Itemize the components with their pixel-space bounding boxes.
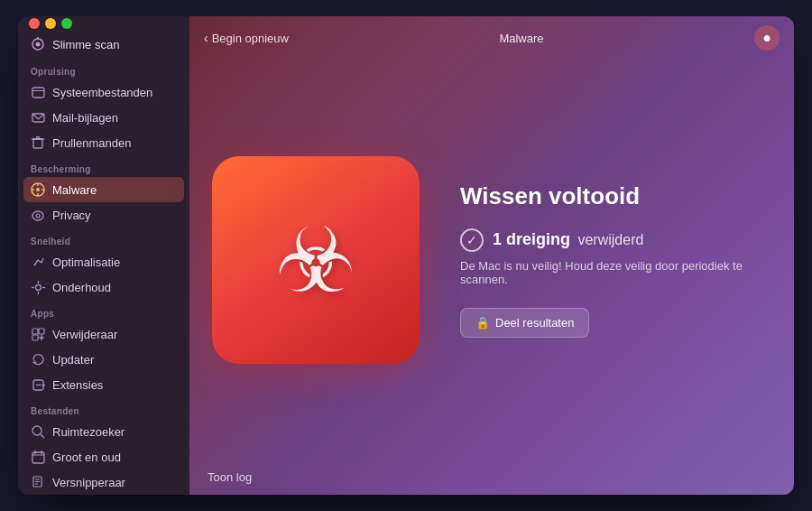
threat-suffix: verwijderd — [577, 232, 643, 247]
onderhoud-label: Onderhoud — [52, 281, 111, 294]
verwijderaar-icon — [31, 327, 45, 341]
illustration-area: ☣ — [189, 60, 442, 460]
updater-label: Updater — [52, 353, 94, 367]
sidebar: Slimme scan OpruisingSysteembestandenMai… — [18, 16, 189, 495]
svg-point-10 — [36, 188, 40, 191]
scan-icon — [31, 37, 45, 51]
ruimtezoeker-icon — [31, 424, 45, 439]
share-button-label: Deel resultaten — [495, 316, 574, 330]
svg-line-19 — [42, 258, 43, 263]
sidebar-item-optimalisatie[interactable]: Optimalisatie — [18, 249, 189, 274]
app-window: Slimme scan OpruisingSysteembestandenMai… — [18, 16, 794, 495]
toon-log-button[interactable]: Toon log — [208, 470, 252, 484]
svg-point-1 — [36, 42, 41, 47]
malware-label: Malware — [52, 183, 97, 197]
svg-rect-26 — [39, 329, 44, 334]
extensies-label: Extensies — [52, 378, 103, 392]
sidebar-item-systeembestanden[interactable]: Systeembestanden — [18, 79, 189, 105]
prullenmanden-icon — [31, 135, 45, 150]
slimme-scan-label: Slimme scan — [52, 38, 119, 51]
svg-line-34 — [41, 434, 44, 438]
sidebar-item-ruimtezoeker[interactable]: Ruimtezoeker — [18, 419, 189, 444]
privacy-icon — [31, 208, 45, 222]
systeembestanden-icon — [31, 85, 45, 99]
lock-icon: 🔒 — [475, 316, 490, 330]
back-label: Begin opnieuw — [212, 32, 289, 45]
sidebar-item-updater[interactable]: Updater — [18, 347, 189, 372]
extensies-icon — [31, 377, 45, 392]
result-title: Wissen voltooid — [460, 182, 758, 210]
biohazard-background: ☣ — [212, 156, 420, 364]
groot-en-oud-label: Groot en oud — [52, 451, 121, 464]
toon-log-label: Toon log — [208, 470, 252, 484]
systeembestanden-label: Systeembestanden — [52, 86, 152, 99]
threat-count: 1 dreiging — [493, 230, 570, 248]
sidebar-item-onderhoud[interactable]: Onderhoud — [18, 274, 189, 300]
check-icon: ✓ — [460, 228, 484, 252]
updater-icon — [31, 352, 45, 367]
section-label-opruising: Opruising — [18, 58, 189, 79]
back-button[interactable]: ‹ Begin opnieuw — [204, 31, 289, 45]
titlebar-traffic-lights — [18, 16, 189, 31]
sidebar-item-verwijderaar[interactable]: Verwijderaar — [18, 321, 189, 347]
main-footer: Toon log — [189, 460, 794, 495]
section-label-bescherming: Bescherming — [18, 155, 189, 177]
threat-row: ✓ 1 dreiging verwijderd — [460, 228, 758, 252]
versnipperaar-label: Versnipperaar — [52, 476, 125, 489]
user-avatar[interactable]: ● — [754, 25, 780, 51]
onderhoud-icon — [31, 280, 45, 294]
minimize-button[interactable] — [45, 18, 56, 29]
ruimtezoeker-label: Ruimtezoeker — [52, 425, 125, 439]
svg-point-20 — [35, 284, 41, 290]
sidebar-item-extensies[interactable]: Extensies — [18, 372, 189, 397]
svg-rect-3 — [32, 88, 44, 98]
sidebar-item-malware[interactable]: Malware — [23, 177, 184, 202]
close-button[interactable] — [29, 18, 40, 29]
verwijderaar-label: Verwijderaar — [52, 328, 117, 341]
optimalisatie-label: Optimalisatie — [52, 256, 120, 269]
section-label-snelheid: Snelheid — [18, 228, 189, 249]
sidebar-item-versnipperaar[interactable]: Versnipperaar — [18, 469, 189, 495]
svg-rect-35 — [32, 452, 44, 463]
sidebar-item-slimme-scan[interactable]: Slimme scan — [18, 31, 189, 58]
section-label-apps: Apps — [18, 300, 189, 321]
biohazard-icon: ☣ — [275, 215, 356, 305]
svg-rect-6 — [33, 139, 42, 148]
main-content: ‹ Begin opnieuw Malware ● ☣ Wissen volto… — [189, 16, 794, 495]
sidebar-item-privacy[interactable]: Privacy — [18, 202, 189, 228]
privacy-label: Privacy — [52, 209, 91, 222]
main-body: ☣ Wissen voltooid ✓ 1 dreiging verwijder… — [189, 60, 794, 460]
prullenmanden-label: Prullenmanden — [52, 136, 131, 150]
sidebar-item-groot-en-oud[interactable]: Groot en oud — [18, 444, 189, 469]
result-subtitle: De Mac is nu veilig! Houd deze veilig do… — [460, 259, 758, 286]
section-label-bestanden: Bestanden — [18, 397, 189, 419]
user-icon: ● — [762, 30, 771, 46]
svg-point-33 — [32, 426, 42, 435]
svg-line-17 — [34, 260, 38, 265]
main-titlebar: ‹ Begin opnieuw Malware ● — [189, 16, 794, 60]
svg-point-16 — [36, 214, 40, 218]
share-button[interactable]: 🔒 Deel resultaten — [460, 308, 589, 338]
groot-en-oud-icon — [31, 450, 45, 464]
svg-point-15 — [32, 211, 43, 220]
sidebar-sections: OpruisingSysteembestandenMail-bijlagenPr… — [18, 58, 189, 495]
optimalisatie-icon — [31, 255, 45, 269]
versnipperaar-icon — [31, 475, 45, 489]
sidebar-item-prullenmanden[interactable]: Prullenmanden — [18, 130, 189, 155]
mail-bijlagen-icon — [31, 110, 45, 125]
mail-bijlagen-label: Mail-bijlagen — [52, 111, 118, 125]
window-title: Malware — [499, 32, 543, 45]
chevron-left-icon: ‹ — [204, 31, 208, 45]
svg-line-18 — [38, 260, 42, 263]
result-area: Wissen voltooid ✓ 1 dreiging verwijderd … — [442, 60, 794, 460]
svg-rect-27 — [32, 335, 38, 340]
svg-rect-25 — [32, 329, 38, 334]
maximize-button[interactable] — [61, 18, 72, 29]
sidebar-item-mail-bijlagen[interactable]: Mail-bijlagen — [18, 105, 189, 130]
malware-icon — [31, 182, 45, 197]
